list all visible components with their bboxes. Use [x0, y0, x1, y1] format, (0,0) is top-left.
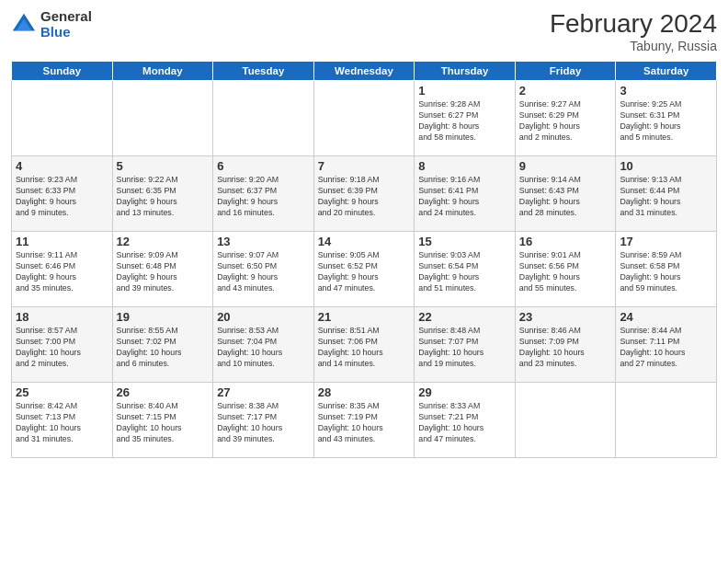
- day-number-1: 1: [418, 84, 511, 98]
- cell-w3-d0: 18Sunrise: 8:57 AM Sunset: 7:00 PM Dayli…: [12, 307, 113, 383]
- header-sunday: Sunday: [12, 62, 113, 81]
- cell-w0-d0: [12, 81, 113, 156]
- header-friday: Friday: [515, 62, 616, 81]
- page: General Blue February 2024 Tabuny, Russi…: [0, 0, 728, 563]
- day-number-20: 20: [217, 310, 310, 324]
- day-info-26: Sunrise: 8:40 AM Sunset: 7:15 PM Dayligh…: [117, 401, 210, 445]
- day-info-25: Sunrise: 8:42 AM Sunset: 7:13 PM Dayligh…: [16, 401, 108, 445]
- week-row-2: 11Sunrise: 9:11 AM Sunset: 6:46 PM Dayli…: [12, 232, 717, 307]
- day-info-11: Sunrise: 9:11 AM Sunset: 6:46 PM Dayligh…: [16, 250, 108, 294]
- day-number-3: 3: [620, 84, 712, 98]
- cell-w3-d4: 22Sunrise: 8:48 AM Sunset: 7:07 PM Dayli…: [415, 307, 516, 383]
- cell-w4-d2: 27Sunrise: 8:38 AM Sunset: 7:17 PM Dayli…: [213, 383, 314, 458]
- cell-w2-d0: 11Sunrise: 9:11 AM Sunset: 6:46 PM Dayli…: [12, 232, 113, 307]
- day-info-14: Sunrise: 9:05 AM Sunset: 6:52 PM Dayligh…: [318, 250, 411, 294]
- day-number-7: 7: [318, 159, 411, 173]
- day-info-5: Sunrise: 9:22 AM Sunset: 6:35 PM Dayligh…: [117, 175, 210, 219]
- cell-w4-d3: 28Sunrise: 8:35 AM Sunset: 7:19 PM Dayli…: [313, 383, 415, 458]
- cell-w3-d6: 24Sunrise: 8:44 AM Sunset: 7:11 PM Dayli…: [616, 307, 717, 383]
- day-number-25: 25: [16, 385, 108, 399]
- calendar-body: 1Sunrise: 9:28 AM Sunset: 6:27 PM Daylig…: [12, 81, 717, 458]
- day-info-9: Sunrise: 9:14 AM Sunset: 6:43 PM Dayligh…: [519, 175, 612, 219]
- day-number-12: 12: [117, 235, 210, 248]
- header-tuesday: Tuesday: [213, 62, 314, 81]
- cell-w0-d6: 3Sunrise: 9:25 AM Sunset: 6:31 PM Daylig…: [616, 81, 717, 156]
- day-number-17: 17: [620, 235, 712, 248]
- day-info-12: Sunrise: 9:09 AM Sunset: 6:48 PM Dayligh…: [117, 250, 210, 294]
- day-number-14: 14: [318, 235, 411, 248]
- day-info-10: Sunrise: 9:13 AM Sunset: 6:44 PM Dayligh…: [620, 175, 712, 219]
- cell-w4-d5: [515, 383, 616, 458]
- day-info-8: Sunrise: 9:16 AM Sunset: 6:41 PM Dayligh…: [418, 175, 511, 219]
- day-number-11: 11: [16, 235, 108, 248]
- cell-w4-d6: [616, 383, 717, 458]
- cell-w1-d4: 8Sunrise: 9:16 AM Sunset: 6:41 PM Daylig…: [415, 156, 516, 232]
- day-info-15: Sunrise: 9:03 AM Sunset: 6:54 PM Dayligh…: [418, 250, 511, 294]
- cell-w1-d0: 4Sunrise: 9:23 AM Sunset: 6:33 PM Daylig…: [12, 156, 113, 232]
- cell-w2-d2: 13Sunrise: 9:07 AM Sunset: 6:50 PM Dayli…: [213, 232, 314, 307]
- week-row-0: 1Sunrise: 9:28 AM Sunset: 6:27 PM Daylig…: [12, 81, 717, 156]
- day-info-2: Sunrise: 9:27 AM Sunset: 6:29 PM Dayligh…: [519, 99, 612, 144]
- day-info-24: Sunrise: 8:44 AM Sunset: 7:11 PM Dayligh…: [620, 326, 712, 370]
- cell-w1-d6: 10Sunrise: 9:13 AM Sunset: 6:44 PM Dayli…: [616, 156, 717, 232]
- day-info-27: Sunrise: 8:38 AM Sunset: 7:17 PM Dayligh…: [217, 401, 310, 445]
- logo-general: General: [40, 9, 92, 25]
- calendar-subtitle: Tabuny, Russia: [550, 39, 717, 53]
- cell-w2-d6: 17Sunrise: 8:59 AM Sunset: 6:58 PM Dayli…: [616, 232, 717, 307]
- header-monday: Monday: [112, 62, 213, 81]
- day-number-24: 24: [620, 310, 712, 324]
- header-saturday: Saturday: [616, 62, 717, 81]
- day-number-15: 15: [418, 235, 511, 248]
- cell-w0-d5: 2Sunrise: 9:27 AM Sunset: 6:29 PM Daylig…: [515, 81, 616, 156]
- cell-w1-d2: 6Sunrise: 9:20 AM Sunset: 6:37 PM Daylig…: [213, 156, 314, 232]
- day-number-4: 4: [16, 159, 108, 173]
- day-number-18: 18: [16, 310, 108, 324]
- cell-w0-d1: [112, 81, 213, 156]
- day-number-29: 29: [418, 385, 511, 399]
- cell-w2-d5: 16Sunrise: 9:01 AM Sunset: 6:56 PM Dayli…: [515, 232, 616, 307]
- day-info-1: Sunrise: 9:28 AM Sunset: 6:27 PM Dayligh…: [418, 99, 511, 144]
- day-info-29: Sunrise: 8:33 AM Sunset: 7:21 PM Dayligh…: [418, 401, 511, 445]
- day-number-9: 9: [519, 159, 612, 173]
- cell-w4-d1: 26Sunrise: 8:40 AM Sunset: 7:15 PM Dayli…: [112, 383, 213, 458]
- cell-w3-d5: 23Sunrise: 8:46 AM Sunset: 7:09 PM Dayli…: [515, 307, 616, 383]
- cell-w3-d1: 19Sunrise: 8:55 AM Sunset: 7:02 PM Dayli…: [112, 307, 213, 383]
- cell-w2-d3: 14Sunrise: 9:05 AM Sunset: 6:52 PM Dayli…: [313, 232, 415, 307]
- day-number-23: 23: [519, 310, 612, 324]
- cell-w0-d4: 1Sunrise: 9:28 AM Sunset: 6:27 PM Daylig…: [415, 81, 516, 156]
- day-info-7: Sunrise: 9:18 AM Sunset: 6:39 PM Dayligh…: [318, 175, 411, 219]
- cell-w1-d1: 5Sunrise: 9:22 AM Sunset: 6:35 PM Daylig…: [112, 156, 213, 232]
- cell-w3-d3: 21Sunrise: 8:51 AM Sunset: 7:06 PM Dayli…: [313, 307, 415, 383]
- week-row-4: 25Sunrise: 8:42 AM Sunset: 7:13 PM Dayli…: [12, 383, 717, 458]
- logo-text: General Blue: [40, 9, 92, 40]
- day-info-6: Sunrise: 9:20 AM Sunset: 6:37 PM Dayligh…: [217, 175, 310, 219]
- header: General Blue February 2024 Tabuny, Russi…: [11, 9, 717, 53]
- day-info-4: Sunrise: 9:23 AM Sunset: 6:33 PM Dayligh…: [16, 175, 108, 219]
- day-number-10: 10: [620, 159, 712, 173]
- day-info-16: Sunrise: 9:01 AM Sunset: 6:56 PM Dayligh…: [519, 250, 612, 294]
- day-info-23: Sunrise: 8:46 AM Sunset: 7:09 PM Dayligh…: [519, 326, 612, 370]
- calendar-table: Sunday Monday Tuesday Wednesday Thursday…: [11, 61, 717, 458]
- day-number-6: 6: [217, 159, 310, 173]
- calendar-header-row: Sunday Monday Tuesday Wednesday Thursday…: [12, 62, 717, 81]
- cell-w0-d3: [313, 81, 415, 156]
- day-number-5: 5: [117, 159, 210, 173]
- day-info-22: Sunrise: 8:48 AM Sunset: 7:07 PM Dayligh…: [418, 326, 511, 370]
- cell-w3-d2: 20Sunrise: 8:53 AM Sunset: 7:04 PM Dayli…: [213, 307, 314, 383]
- title-block: February 2024 Tabuny, Russia: [550, 9, 717, 53]
- day-number-28: 28: [318, 385, 411, 399]
- day-info-19: Sunrise: 8:55 AM Sunset: 7:02 PM Dayligh…: [117, 326, 210, 370]
- day-info-28: Sunrise: 8:35 AM Sunset: 7:19 PM Dayligh…: [318, 401, 411, 445]
- logo: General Blue: [11, 9, 92, 40]
- header-thursday: Thursday: [415, 62, 516, 81]
- cell-w1-d5: 9Sunrise: 9:14 AM Sunset: 6:43 PM Daylig…: [515, 156, 616, 232]
- cell-w1-d3: 7Sunrise: 9:18 AM Sunset: 6:39 PM Daylig…: [313, 156, 415, 232]
- day-number-8: 8: [418, 159, 511, 173]
- cell-w2-d1: 12Sunrise: 9:09 AM Sunset: 6:48 PM Dayli…: [112, 232, 213, 307]
- day-number-26: 26: [117, 385, 210, 399]
- week-row-1: 4Sunrise: 9:23 AM Sunset: 6:33 PM Daylig…: [12, 156, 717, 232]
- week-row-3: 18Sunrise: 8:57 AM Sunset: 7:00 PM Dayli…: [12, 307, 717, 383]
- cell-w4-d4: 29Sunrise: 8:33 AM Sunset: 7:21 PM Dayli…: [415, 383, 516, 458]
- cell-w2-d4: 15Sunrise: 9:03 AM Sunset: 6:54 PM Dayli…: [415, 232, 516, 307]
- day-number-19: 19: [117, 310, 210, 324]
